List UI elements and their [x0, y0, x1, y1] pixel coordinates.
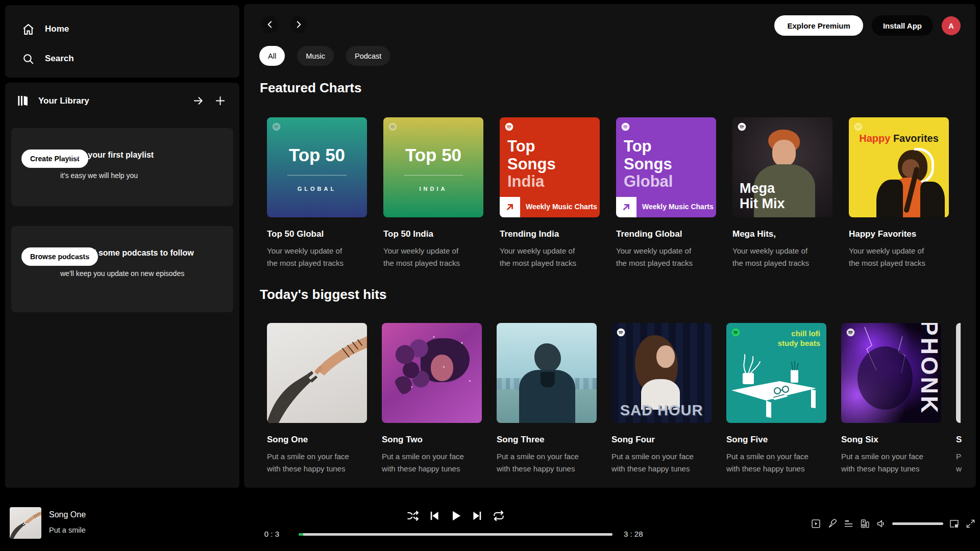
library-title: Your Library: [38, 96, 89, 106]
fullscreen-icon[interactable]: [965, 518, 976, 529]
connect-device-icon[interactable]: [860, 518, 870, 529]
art-ribbon-text: Weekly Music Charts: [526, 203, 597, 211]
volume-icon[interactable]: [876, 518, 887, 529]
card-description: Your weekly update of the most played tr…: [267, 245, 367, 269]
card-title[interactable]: Song Four: [611, 435, 712, 445]
card-title[interactable]: Song Three: [497, 435, 597, 445]
spotify-logo-icon: [617, 328, 625, 337]
seek-bar[interactable]: [299, 533, 612, 536]
queue-icon[interactable]: [843, 518, 854, 529]
card-artwork: [267, 323, 367, 423]
card-description: Your weekly update of the most played tr…: [732, 245, 832, 269]
song-card-song-seven[interactable]: Song SevenPut a smile on your face with …: [956, 323, 962, 475]
figure-face: [656, 345, 675, 368]
chart-card-mega-hits[interactable]: Mega Hit MixMega Hits,Your weekly update…: [732, 117, 832, 269]
biggest-hits-row: Song OnePut a smile on your face with th…: [267, 323, 962, 475]
card-artwork: SAD HOUR: [611, 323, 712, 423]
spotify-logo-icon: [388, 122, 397, 131]
chart-card-happy-favorites[interactable]: Happy Favorites Happy FavoritesYour week…: [849, 117, 949, 269]
card-title[interactable]: Trending India: [500, 229, 600, 239]
filter-chip-music[interactable]: Music: [297, 46, 334, 66]
card-artwork: PHONK: [841, 323, 941, 423]
art-region-label: INDIA: [383, 186, 483, 192]
spotify-logo-icon: [738, 122, 746, 131]
content-filter-chips: AllMusicPodcast: [259, 46, 390, 66]
volume-slider[interactable]: [892, 522, 943, 525]
seek-bar-played: [299, 533, 303, 536]
sidebar-item-home[interactable]: Home: [22, 19, 69, 39]
card-description: Your weekly update of the most played tr…: [383, 245, 483, 269]
create-playlist-prompt: Create your first playlist it's easy we …: [11, 128, 233, 206]
filter-chip-podcast[interactable]: Podcast: [346, 46, 390, 66]
song-card-song-four[interactable]: SAD HOURSong FourPut a smile on your fac…: [611, 323, 712, 475]
song-card-song-two[interactable]: Song TwoPut a smile on your face with th…: [382, 323, 482, 475]
miniplayer-icon[interactable]: [949, 518, 960, 529]
card-artwork: [382, 323, 482, 423]
search-label: Search: [45, 54, 74, 64]
sidebar-item-search[interactable]: Search: [22, 48, 74, 69]
now-playing-subtitle: Put a smile: [49, 526, 86, 534]
home-icon: [22, 23, 35, 36]
card-title[interactable]: Happy Favorites: [849, 229, 949, 239]
sidebar-nav-card: Home Search: [5, 5, 239, 78]
song-card-song-six[interactable]: PHONKSong SixPut a smile on your face wi…: [841, 323, 941, 475]
history-back-button[interactable]: [261, 16, 279, 33]
shuffle-button[interactable]: [406, 509, 420, 522]
art-divider: [404, 175, 463, 176]
card-title[interactable]: Song Five: [726, 435, 826, 445]
art-caption: SAD HOUR: [611, 402, 712, 419]
next-track-button[interactable]: [471, 509, 484, 522]
elapsed-time: 0 : 3: [253, 530, 279, 538]
user-avatar[interactable]: A: [942, 16, 961, 35]
card-title[interactable]: Song Seven: [956, 435, 962, 445]
card-title[interactable]: Trending Global: [616, 229, 716, 239]
now-playing-view-icon[interactable]: [811, 518, 821, 529]
create-playlist-title: Create your first playlist: [60, 151, 154, 160]
card-title[interactable]: Song Six: [841, 435, 941, 445]
card-artwork: chill lofi study beats: [726, 323, 826, 423]
chart-card-top-50-global[interactable]: Top 50 GLOBALTop 50 GlobalYour weekly up…: [267, 117, 367, 269]
repeat-button[interactable]: [492, 509, 505, 522]
spotify-logo-icon: [854, 122, 863, 131]
card-artwork: Top Songs India Weekly Music Charts: [500, 117, 600, 217]
art-caption: chill lofi study beats: [778, 329, 820, 348]
library-icon: [16, 94, 30, 108]
song-card-song-three[interactable]: Song ThreePut a smile on your face with …: [497, 323, 597, 475]
library-expand-arrow-icon[interactable]: [192, 95, 204, 107]
lyrics-microphone-icon[interactable]: [827, 518, 838, 529]
card-title[interactable]: Mega Hits,: [732, 229, 832, 239]
chart-card-trending-global[interactable]: Top Songs Global Weekly Music ChartsTren…: [616, 117, 716, 269]
card-title[interactable]: Top 50 India: [383, 229, 483, 239]
spotify-logo-icon: [272, 122, 281, 131]
song-card-song-five[interactable]: chill lofi study beats Song FivePut a s: [726, 323, 826, 475]
card-title[interactable]: Top 50 Global: [267, 229, 367, 239]
history-forward-button[interactable]: [290, 16, 307, 33]
now-playing-title[interactable]: Song One: [49, 510, 86, 519]
chart-card-top-50-india[interactable]: Top 50 INDIATop 50 IndiaYour weekly upda…: [383, 117, 483, 269]
art-heading: Top 50: [383, 145, 483, 165]
card-title[interactable]: Song One: [267, 435, 367, 445]
figure-head: [534, 343, 561, 372]
hands-artwork: [10, 507, 41, 539]
filter-chip-all[interactable]: All: [259, 46, 285, 66]
install-app-button[interactable]: Install App: [872, 15, 933, 36]
featured-charts-row: Top 50 GLOBALTop 50 GlobalYour weekly up…: [267, 117, 949, 269]
previous-track-button[interactable]: [428, 509, 441, 522]
explore-premium-button[interactable]: Explore Premium: [774, 15, 863, 36]
card-description: Put a smile on your face with these happ…: [267, 450, 367, 475]
spotify-logo-icon: [731, 328, 740, 337]
song-card-song-one[interactable]: Song OnePut a smile on your face with th…: [267, 323, 367, 475]
arrow-up-right-icon: [616, 197, 636, 217]
arrow-up-right-icon: [500, 197, 520, 217]
card-description: Your weekly update of the most played tr…: [616, 245, 716, 269]
hands-artwork: [267, 323, 367, 423]
play-button[interactable]: [449, 509, 462, 522]
card-title[interactable]: Song Two: [382, 435, 482, 445]
chevron-right-icon: [294, 20, 303, 29]
art-ribbon-text: Weekly Music Charts: [642, 203, 714, 211]
chart-card-trending-india[interactable]: Top Songs India Weekly Music ChartsTrend…: [500, 117, 600, 269]
card-artwork: Happy Favorites: [849, 117, 949, 217]
card-artwork: [497, 323, 597, 423]
library-add-icon[interactable]: [214, 95, 226, 107]
art-heading: Top Songs Global: [624, 138, 673, 191]
